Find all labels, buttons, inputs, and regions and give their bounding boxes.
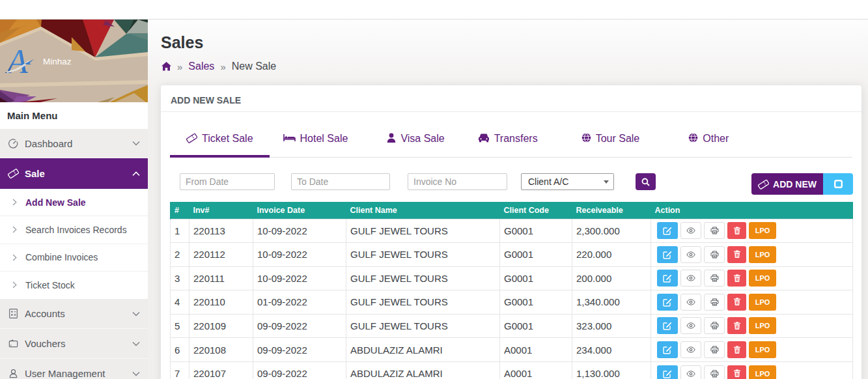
svg-text:A: A — [5, 43, 28, 80]
